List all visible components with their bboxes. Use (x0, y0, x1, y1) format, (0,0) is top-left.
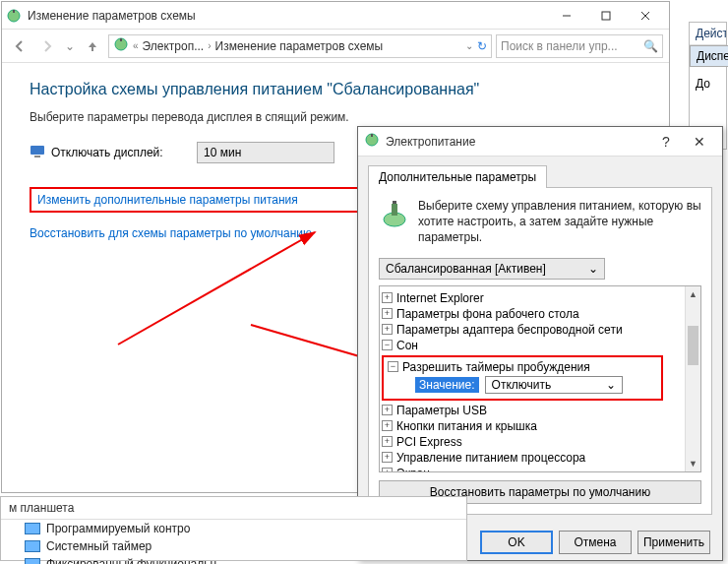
scroll-up-icon[interactable]: ▲ (686, 286, 700, 302)
monitor-icon (30, 144, 45, 162)
value-text: Отключить (492, 378, 552, 392)
list-item[interactable]: Программируемый контро (1, 520, 466, 537)
svg-rect-13 (371, 134, 373, 137)
display-off-dropdown[interactable]: 10 мин (197, 142, 334, 163)
settings-tree[interactable]: +Internet Explorer +Параметры фона рабоч… (379, 285, 701, 472)
expand-icon[interactable]: + (382, 468, 393, 472)
tab-additional[interactable]: Дополнительные параметры (368, 165, 547, 188)
svg-rect-9 (34, 156, 40, 157)
tree-item[interactable]: Internet Explorer (396, 291, 484, 305)
breadcrumb-item[interactable]: Электроп... (143, 39, 205, 53)
svg-rect-15 (392, 204, 397, 216)
svg-rect-3 (602, 12, 610, 20)
tree-item-sleep[interactable]: Сон (396, 339, 418, 352)
actions-item-2[interactable]: До (690, 73, 726, 94)
expand-icon[interactable]: + (382, 405, 393, 415)
dialog-title: Электропитание (386, 135, 649, 149)
window-title: Изменение параметров схемы (28, 9, 547, 23)
wake-timers-group: −Разрешить таймеры пробуждения Значение:… (382, 355, 663, 401)
scheme-value: Сбалансированная [Активен] (386, 262, 546, 276)
search-input[interactable]: Поиск в панели упр... 🔍 (496, 34, 663, 58)
expand-icon[interactable]: + (382, 452, 393, 463)
expand-icon[interactable]: + (382, 436, 393, 447)
tree-item[interactable]: Кнопки питания и крышка (396, 419, 537, 433)
list-item-label: Системный таймер (46, 539, 152, 553)
page-title: Настройка схемы управления питанием "Сба… (30, 81, 641, 98)
tab-panel: Выберите схему управления питанием, кото… (368, 187, 712, 515)
svg-rect-8 (30, 146, 44, 155)
value-select[interactable]: Отключить ⌄ (485, 376, 623, 394)
cancel-button[interactable]: Отмена (559, 531, 632, 554)
tree-item[interactable]: Экран (396, 467, 430, 472)
wake-timer-value-row: Значение: Отключить ⌄ (415, 375, 657, 395)
minimize-button[interactable] (547, 4, 586, 28)
svg-rect-7 (120, 38, 122, 41)
ok-button[interactable]: OK (480, 531, 553, 554)
collapse-icon[interactable]: − (388, 361, 398, 372)
address-bar[interactable]: « Электроп... › Изменение параметров схе… (108, 34, 492, 58)
battery-icon (6, 8, 22, 24)
scheme-select[interactable]: Сбалансированная [Активен] ⌄ (379, 258, 605, 280)
scroll-thumb[interactable] (688, 326, 698, 365)
display-off-label: Отключать дисплей: (51, 146, 163, 159)
tree-item-wake-timers[interactable]: Разрешить таймеры пробуждения (402, 360, 590, 374)
tree-item[interactable]: Параметры фона рабочего стола (396, 307, 579, 321)
device-icon (25, 540, 40, 552)
device-icon (25, 523, 40, 534)
chevron-right-icon: › (208, 40, 211, 51)
expand-icon[interactable]: + (382, 308, 393, 319)
refresh-icon[interactable]: ↻ (477, 39, 487, 53)
dialog-description: Выберите схему управления питанием, кото… (418, 198, 701, 246)
close-button[interactable]: ✕ (683, 134, 716, 150)
device-icon (25, 558, 40, 564)
device-list-header: м планшета (1, 497, 466, 520)
expand-icon[interactable]: + (382, 420, 393, 431)
display-off-value: 10 мин (204, 146, 241, 159)
device-list-panel: м планшета Программируемый контро Систем… (0, 496, 467, 561)
maximize-button[interactable] (586, 4, 626, 28)
actions-item-1[interactable]: Диспетч (690, 45, 728, 67)
dialog-titlebar: Электропитание ? ✕ (358, 127, 722, 157)
tree-item[interactable]: Управление питанием процессора (396, 451, 585, 465)
chevron-right-icon: « (133, 40, 139, 51)
breadcrumb-item[interactable]: Изменение параметров схемы (215, 39, 384, 53)
tree-item[interactable]: Параметры адаптера беспроводной сети (396, 323, 623, 337)
battery-large-icon (379, 198, 410, 232)
collapse-icon[interactable]: − (382, 340, 393, 350)
help-button[interactable]: ? (649, 134, 683, 150)
actions-header: Действи (690, 23, 726, 45)
svg-rect-1 (13, 10, 15, 13)
list-item-label: Фиксированный функциональн (46, 557, 216, 564)
titlebar: Изменение параметров схемы (2, 2, 669, 30)
search-placeholder: Поиск в панели упр... (501, 39, 643, 53)
expand-icon[interactable]: + (382, 292, 393, 303)
value-label: Значение: (415, 377, 479, 393)
back-button[interactable] (8, 34, 31, 58)
scrollbar[interactable]: ▲ ▼ (685, 286, 700, 471)
history-dropdown-icon[interactable]: ⌄ (63, 34, 77, 58)
battery-icon (364, 132, 380, 151)
list-item-label: Программируемый контро (46, 522, 190, 535)
battery-icon (113, 36, 129, 55)
list-item[interactable]: Системный таймер (1, 537, 466, 555)
up-button[interactable] (81, 34, 104, 58)
chevron-down-icon[interactable]: ⌄ (465, 40, 473, 51)
forward-button[interactable] (35, 34, 59, 58)
expand-icon[interactable]: + (382, 324, 393, 335)
navbar: ⌄ « Электроп... › Изменение параметров с… (2, 30, 669, 63)
close-button[interactable] (626, 4, 665, 28)
apply-button[interactable]: Применить (637, 531, 710, 554)
svg-rect-16 (393, 201, 396, 204)
search-icon: 🔍 (643, 39, 658, 53)
scroll-down-icon[interactable]: ▼ (686, 456, 700, 471)
list-item[interactable]: Фиксированный функциональн (1, 555, 466, 564)
page-subtitle: Выберите параметры перевода дисплея в сп… (30, 110, 641, 124)
tree-item[interactable]: Параметры USB (396, 404, 487, 417)
chevron-down-icon: ⌄ (606, 378, 616, 392)
chevron-down-icon: ⌄ (588, 262, 598, 276)
tree-item[interactable]: PCI Express (396, 435, 462, 449)
